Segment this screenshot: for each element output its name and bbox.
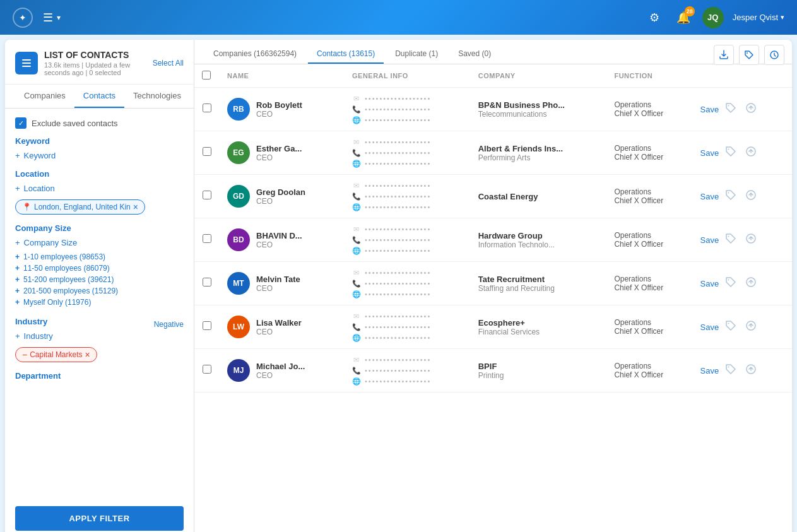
contact-info-lines: ✉ •••••••••••••••••• 📞 •••••••••••••••••…: [352, 312, 463, 342]
email-line: ✉ ••••••••••••••••••: [352, 138, 463, 146]
add-industry-button[interactable]: + Industry: [15, 331, 184, 341]
row-checkbox-cell: [194, 349, 220, 393]
save-contact-button[interactable]: Save: [700, 366, 719, 375]
tag-contact-button[interactable]: [723, 100, 739, 119]
row-checkbox[interactable]: [203, 147, 211, 156]
contact-name-container: MJ Michael Jo... CEO: [227, 359, 337, 382]
sub-tab-companies[interactable]: Companies (166362594): [204, 45, 305, 64]
tag-contact-button[interactable]: [723, 143, 739, 162]
contact-name-text-group: Lisa Walker CEO: [256, 318, 302, 336]
add-company-size-button[interactable]: + Company Size: [15, 238, 184, 247]
function-cell: Operations Chief X Officer: [606, 131, 692, 175]
tab-contacts[interactable]: Contacts: [74, 85, 124, 108]
tag-contact-button[interactable]: [723, 317, 739, 336]
row-checkbox-cell: [194, 305, 220, 349]
row-actions: Save: [700, 187, 784, 206]
company-cell: Tate Recruitment Staffing and Recruiting: [471, 262, 607, 305]
row-checkbox[interactable]: [203, 321, 211, 330]
row-checkbox[interactable]: [203, 234, 211, 243]
user-name-button[interactable]: Jesper Qvist ▾: [733, 13, 784, 22]
company-industry: Performing Arts: [478, 153, 599, 162]
tab-companies[interactable]: Companies: [15, 85, 74, 108]
upload-contact-button[interactable]: [743, 230, 759, 249]
save-contact-button[interactable]: Save: [700, 235, 719, 245]
history-button[interactable]: [764, 45, 784, 65]
tag-contact-button[interactable]: [723, 361, 739, 380]
web-line: 🌐 ••••••••••••••••••: [352, 246, 463, 255]
tab-technologies[interactable]: Technologies: [124, 85, 190, 108]
web-masked: ••••••••••••••••••: [365, 377, 431, 385]
keyword-filter-group: Keyword + Keyword: [15, 136, 184, 160]
row-checkbox[interactable]: [203, 278, 211, 287]
list-icon: [15, 52, 38, 74]
select-all-button[interactable]: Select All: [153, 59, 184, 68]
save-contact-button[interactable]: Save: [700, 148, 719, 158]
sub-tab-contacts[interactable]: Contacts (13615): [308, 45, 384, 64]
contact-name-text-group: BHAVIN D... CEO: [256, 231, 302, 249]
web-line: 🌐 ••••••••••••••••••: [352, 333, 463, 342]
tag-contact-button[interactable]: [723, 230, 739, 249]
apply-filter-button[interactable]: APPLY FILTER: [15, 506, 184, 531]
email-icon: ✉: [352, 94, 361, 103]
web-icon: 🌐: [352, 203, 361, 211]
save-contact-button[interactable]: Save: [700, 105, 719, 114]
sub-tab-duplicate[interactable]: Duplicate (1): [386, 45, 447, 64]
tag-button[interactable]: [739, 45, 759, 65]
contact-avatar: BD: [227, 228, 250, 251]
exclude-checkbox[interactable]: ✓: [15, 117, 27, 129]
settings-button[interactable]: ⚙: [644, 8, 664, 28]
add-location-button[interactable]: + Location: [15, 184, 184, 193]
user-avatar[interactable]: JQ: [702, 7, 724, 28]
upload-contact-button[interactable]: [743, 274, 759, 293]
notifications-button[interactable]: 🔔 28: [673, 8, 694, 28]
industry-filter-group: Industry Negative + Industry − Capital M…: [15, 317, 184, 362]
general-info-cell: ✉ •••••••••••••••••• 📞 •••••••••••••••••…: [345, 262, 471, 305]
size-option-11-50[interactable]: 11-50 employees (86079): [15, 263, 184, 274]
contact-name: Rob Boylett: [256, 100, 302, 110]
company-name: Hardware Group: [478, 231, 599, 240]
negative-button[interactable]: Negative: [154, 320, 184, 329]
upload-contact-button[interactable]: [743, 187, 759, 206]
row-checkbox[interactable]: [203, 365, 211, 374]
row-actions: Save: [700, 317, 784, 336]
nav-menu-button[interactable]: ☰ ▾: [43, 11, 61, 25]
contact-title: CEO: [256, 284, 300, 293]
row-actions: Save: [700, 100, 784, 119]
nav-right: ⚙ 🔔 28 JQ Jesper Qvist ▾: [644, 7, 784, 28]
contact-name: Melvin Tate: [256, 275, 300, 284]
email-icon: ✉: [352, 355, 361, 364]
row-checkbox-cell: [194, 218, 220, 262]
tag-contact-button[interactable]: [723, 187, 739, 206]
save-contact-button[interactable]: Save: [700, 192, 719, 201]
remove-location-button[interactable]: ×: [133, 202, 138, 212]
svg-point-9: [728, 192, 729, 194]
actions-column-header: [693, 64, 792, 88]
row-checkbox[interactable]: [203, 103, 211, 112]
upload-contact-button[interactable]: [743, 143, 759, 162]
upload-contact-button[interactable]: [743, 317, 759, 336]
save-contact-button[interactable]: Save: [700, 322, 719, 332]
size-option-1-10[interactable]: 1-10 employees (98653): [15, 251, 184, 263]
web-masked: ••••••••••••••••••: [365, 116, 431, 124]
contact-name-container: RB Rob Boylett CEO: [227, 98, 337, 121]
phone-icon: 📞: [352, 148, 361, 157]
panel-action-buttons: [714, 45, 784, 65]
tag-contact-button[interactable]: [723, 274, 739, 293]
save-contact-button[interactable]: Save: [700, 279, 719, 288]
upload-contact-button[interactable]: [743, 361, 759, 380]
export-button[interactable]: [714, 45, 734, 65]
row-actions-cell: Save: [693, 175, 792, 218]
company-industry: Staffing and Recruiting: [478, 284, 599, 293]
email-line: ✉ ••••••••••••••••••: [352, 355, 463, 364]
function-cell: Operations Chief X Officer: [606, 88, 692, 131]
size-option-201-500[interactable]: 201-500 employees (15129): [15, 285, 184, 297]
function-line-1: Operations: [614, 275, 685, 283]
sub-tab-saved[interactable]: Saved (0): [449, 45, 500, 64]
size-option-myself[interactable]: Myself Only (11976): [15, 297, 184, 308]
size-option-51-200[interactable]: 51-200 employees (39621): [15, 274, 184, 285]
remove-industry-button[interactable]: ×: [85, 350, 90, 360]
upload-contact-button[interactable]: [743, 100, 759, 119]
add-keyword-button[interactable]: + Keyword: [15, 151, 184, 160]
select-all-checkbox[interactable]: [202, 71, 211, 80]
row-checkbox[interactable]: [203, 191, 211, 199]
